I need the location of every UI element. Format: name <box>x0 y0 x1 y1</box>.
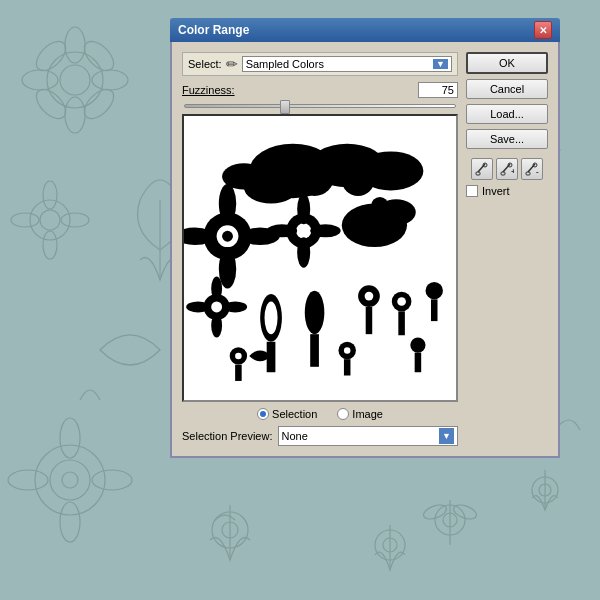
select-dropdown-arrow: ▼ <box>433 59 448 69</box>
svg-point-54 <box>297 194 310 224</box>
fuzziness-slider-thumb[interactable] <box>280 100 290 114</box>
svg-point-63 <box>211 313 222 337</box>
svg-point-86 <box>410 337 425 352</box>
svg-rect-96 <box>526 172 530 175</box>
select-dropdown[interactable]: Sampled Colors ▼ <box>242 56 452 72</box>
cancel-button[interactable]: Cancel <box>466 79 548 99</box>
svg-point-68 <box>265 302 278 335</box>
fuzziness-slider-track[interactable] <box>184 104 456 108</box>
selection-preview-label: Selection Preview: <box>182 430 273 442</box>
svg-point-16 <box>35 445 105 515</box>
load-button[interactable]: Load... <box>466 104 548 124</box>
svg-point-10 <box>30 200 70 240</box>
svg-point-66 <box>211 302 222 313</box>
svg-point-53 <box>296 223 311 238</box>
svg-point-11 <box>40 210 60 230</box>
svg-point-19 <box>60 418 80 458</box>
svg-rect-87 <box>415 353 422 373</box>
svg-point-9 <box>31 84 71 124</box>
right-panel: OK Cancel Load... Save... <box>466 52 548 446</box>
radio-image[interactable]: Image <box>337 408 383 420</box>
selection-preview-row: Selection Preview: None ▼ <box>182 426 458 446</box>
select-label: Select: <box>188 58 222 70</box>
preview-canvas <box>184 116 456 400</box>
svg-point-51 <box>222 231 233 242</box>
svg-point-81 <box>235 353 242 360</box>
svg-point-21 <box>8 470 48 490</box>
ok-button[interactable]: OK <box>466 52 548 74</box>
save-button[interactable]: Save... <box>466 129 548 149</box>
radio-image-label: Image <box>352 408 383 420</box>
svg-point-2 <box>65 27 85 63</box>
selection-preview-arrow: ▼ <box>439 428 454 444</box>
svg-line-91 <box>503 164 510 172</box>
svg-rect-77 <box>398 311 405 335</box>
svg-point-57 <box>310 224 340 237</box>
fuzziness-label: Fuzziness: <box>182 84 235 96</box>
preview-area[interactable] <box>182 114 458 402</box>
radio-selection[interactable]: Selection <box>257 408 317 420</box>
selection-preview-dropdown[interactable]: None ▼ <box>278 426 459 446</box>
svg-point-46 <box>219 184 236 223</box>
svg-point-47 <box>219 249 236 288</box>
svg-point-56 <box>267 224 297 237</box>
svg-point-78 <box>426 282 443 299</box>
svg-rect-71 <box>310 334 319 367</box>
dialog-title: Color Range <box>178 23 249 37</box>
eyedropper-add-button[interactable]: + <box>496 158 518 180</box>
eyedropper-remove-button[interactable]: - <box>521 158 543 180</box>
svg-text:-: - <box>536 167 539 176</box>
close-button[interactable]: ✕ <box>534 21 552 39</box>
svg-point-65 <box>223 302 247 313</box>
fuzziness-input[interactable]: 75 <box>418 82 458 98</box>
svg-rect-89 <box>476 172 480 175</box>
svg-rect-85 <box>344 359 351 375</box>
eyedropper-sample-icon <box>475 162 489 176</box>
eyedropper-icon: ✏ <box>226 56 238 72</box>
svg-point-25 <box>375 530 405 560</box>
svg-point-5 <box>92 70 128 90</box>
svg-point-15 <box>61 213 89 227</box>
svg-point-0 <box>47 52 103 108</box>
svg-line-95 <box>528 164 535 172</box>
radio-image-circle <box>337 408 349 420</box>
radio-row: Selection Image <box>182 408 458 420</box>
svg-point-76 <box>397 297 406 306</box>
svg-point-7 <box>79 84 119 124</box>
svg-point-31 <box>532 477 558 503</box>
svg-point-41 <box>295 157 334 196</box>
svg-point-1 <box>60 65 90 95</box>
svg-point-60 <box>371 197 388 214</box>
svg-point-26 <box>383 538 397 552</box>
svg-point-62 <box>211 276 222 300</box>
svg-point-32 <box>539 484 551 496</box>
svg-point-4 <box>22 70 58 90</box>
color-range-dialog: Color Range ✕ Select: ✏ Sampled Colors ▼… <box>170 18 560 458</box>
svg-point-27 <box>435 505 465 535</box>
invert-checkbox[interactable] <box>466 185 478 197</box>
svg-point-22 <box>92 470 132 490</box>
svg-point-13 <box>43 231 57 259</box>
svg-point-20 <box>60 502 80 542</box>
eyedropper-remove-icon: - <box>525 162 539 176</box>
fuzziness-row: Fuzziness: 75 <box>182 82 458 98</box>
radio-selection-label: Selection <box>272 408 317 420</box>
dialog-body: Select: ✏ Sampled Colors ▼ Fuzziness: 75 <box>170 42 560 458</box>
svg-point-73 <box>365 292 374 301</box>
svg-point-29 <box>422 502 449 521</box>
select-dropdown-value: Sampled Colors <box>246 58 324 70</box>
svg-point-43 <box>358 151 423 190</box>
select-row: Select: ✏ Sampled Colors ▼ <box>182 52 458 76</box>
dialog-titlebar: Color Range ✕ <box>170 18 560 42</box>
svg-point-3 <box>65 97 85 133</box>
svg-point-30 <box>452 502 479 521</box>
svg-point-6 <box>31 36 71 76</box>
eyedropper-sample-button[interactable] <box>471 158 493 180</box>
svg-rect-92 <box>501 172 505 175</box>
svg-point-18 <box>62 472 78 488</box>
svg-rect-74 <box>366 307 373 334</box>
svg-point-24 <box>222 522 238 538</box>
svg-point-84 <box>344 347 351 354</box>
svg-point-8 <box>79 36 119 76</box>
svg-point-14 <box>11 213 39 227</box>
